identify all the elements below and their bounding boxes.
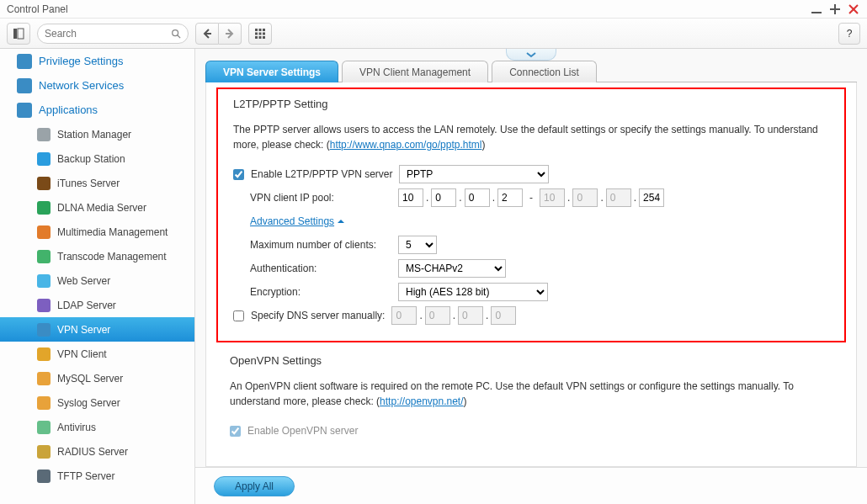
toolbar: ? <box>0 19 867 49</box>
sidebar-item-syslog-server[interactable]: Syslog Server <box>0 390 194 415</box>
sidebar-item-label: Multimedia Management <box>57 226 168 238</box>
search-icon <box>171 28 181 40</box>
apply-all-button[interactable]: Apply All <box>214 476 295 496</box>
app-icon <box>37 421 51 434</box>
sidebar-item-vpn-server[interactable]: VPN Server <box>0 317 194 342</box>
sidebar-item-label: MySQL Server <box>57 373 123 385</box>
pool-end-d[interactable] <box>639 188 664 207</box>
sidebar-item-label: Antivirus <box>57 422 96 433</box>
l2tp-description: The PPTP server allows users to access t… <box>233 122 829 152</box>
sidebar-item-transcode-management[interactable]: Transcode Management <box>0 244 194 268</box>
back-button[interactable] <box>195 23 219 45</box>
close-icon[interactable] <box>847 3 860 16</box>
tab-0[interactable]: VPN Server Settings <box>205 61 338 82</box>
sidebar-item-web-server[interactable]: Web Server <box>0 268 194 293</box>
sidebar-item-label: VPN Server <box>57 324 110 336</box>
app-icon <box>37 274 51 288</box>
sidebar-item-mysql-server[interactable]: MySQL Server <box>0 366 194 390</box>
section-icon <box>17 54 32 69</box>
dns-manual-label: Specify DNS server manually: <box>251 310 385 321</box>
sidebar-item-itunes-server[interactable]: iTunes Server <box>0 171 194 195</box>
sidebar-item-label: RADIUS Server <box>57 446 128 458</box>
sidebar-section-label: Applications <box>39 103 98 116</box>
sidebar-item-vpn-client[interactable]: VPN Client <box>0 342 194 366</box>
svg-rect-15 <box>259 32 262 34</box>
svg-rect-13 <box>263 29 265 31</box>
section-icon <box>17 78 32 93</box>
svg-line-8 <box>178 34 180 37</box>
sidebar-item-radius-server[interactable]: RADIUS Server <box>0 439 194 464</box>
sidebar-item-label: iTunes Server <box>57 178 120 189</box>
sidebar-item-backup-station[interactable]: Backup Station <box>0 146 194 171</box>
enable-l2tp-label: Enable L2TP/PPTP VPN server <box>251 168 399 180</box>
dns-manual-checkbox[interactable] <box>233 310 244 321</box>
maximize-icon[interactable] <box>828 3 842 16</box>
help-button[interactable]: ? <box>838 23 860 45</box>
enc-label: Encryption: <box>250 286 398 298</box>
sidebar-section-0[interactable]: Privilege Settings <box>0 49 194 73</box>
search-input[interactable] <box>45 28 171 40</box>
dns-d <box>491 306 516 325</box>
svg-rect-11 <box>255 29 258 31</box>
sidebar-item-multimedia-management[interactable]: Multimedia Management <box>0 220 194 244</box>
app-icon <box>37 470 51 483</box>
sidebar-section-2[interactable]: Applications <box>0 98 194 122</box>
app-icon <box>37 323 51 337</box>
enable-openvpn-label: Enable OpenVPN server <box>247 425 358 437</box>
svg-rect-2 <box>830 8 840 10</box>
auth-label: Authentication: <box>250 263 398 274</box>
sidebar-item-ldap-server[interactable]: LDAP Server <box>0 293 194 317</box>
sidebar-item-station-manager[interactable]: Station Manager <box>0 122 194 146</box>
arrow-left-icon <box>201 28 213 40</box>
l2tp-pptp-section: L2TP/PPTP Setting The PPTP server allows… <box>216 88 846 342</box>
sidebar-item-label: LDAP Server <box>57 300 116 311</box>
svg-rect-6 <box>18 29 24 39</box>
sidebar-item-label: Backup Station <box>57 153 125 165</box>
svg-rect-5 <box>13 29 17 39</box>
pool-end-a <box>540 188 565 207</box>
pool-start-c[interactable] <box>465 188 490 207</box>
sidebar-section-label: Privilege Settings <box>39 55 123 67</box>
openvpn-help-link[interactable]: http://openvpn.net/ <box>380 395 463 407</box>
enable-openvpn-checkbox[interactable] <box>230 426 241 437</box>
encryption-select[interactable]: High (AES 128 bit) <box>398 283 548 301</box>
minimize-icon[interactable] <box>810 3 823 16</box>
l2tp-title: L2TP/PPTP Setting <box>233 98 829 110</box>
apps-grid-button[interactable] <box>248 23 272 45</box>
pool-start-d[interactable] <box>497 188 523 207</box>
sidebar-section-1[interactable]: Network Services <box>0 73 194 98</box>
pool-start-b[interactable] <box>431 188 456 207</box>
search-box[interactable] <box>37 24 189 44</box>
pool-start-a[interactable] <box>398 188 423 207</box>
sidebar-item-label: Web Server <box>57 275 110 287</box>
sidebar-item-antivirus[interactable]: Antivirus <box>0 415 194 439</box>
chevron-down-icon <box>525 51 537 58</box>
max-clients-select[interactable]: 5 <box>398 236 437 254</box>
app-icon <box>37 152 51 166</box>
sidebar-item-tftp-server[interactable]: TFTP Server <box>0 464 194 488</box>
svg-rect-0 <box>811 12 822 13</box>
sidebar-toggle-button[interactable] <box>7 23 30 45</box>
content-pane: VPN Server SettingsVPN Client Management… <box>195 49 867 504</box>
max-clients-label: Maximum number of clients: <box>250 239 398 251</box>
sidebar: Privilege SettingsNetwork ServicesApplic… <box>0 49 195 504</box>
settings-scroll[interactable]: L2TP/PPTP Setting The PPTP server allows… <box>205 82 857 467</box>
enable-l2tp-checkbox[interactable] <box>233 169 244 180</box>
sidebar-section-label: Network Services <box>39 79 124 92</box>
protocol-select[interactable]: PPTP <box>399 165 549 183</box>
app-icon <box>37 128 51 141</box>
app-icon <box>37 445 51 459</box>
forward-button[interactable] <box>219 23 242 45</box>
collapse-tab[interactable] <box>506 49 556 61</box>
tab-2[interactable]: Connection List <box>492 61 597 82</box>
pptp-help-link[interactable]: http://www.qnap.com/go/pptp.html <box>330 139 482 151</box>
arrow-right-icon <box>224 28 236 40</box>
advanced-settings-link[interactable]: Advanced Settings <box>250 215 345 227</box>
svg-rect-19 <box>263 36 265 39</box>
chevron-up-icon <box>337 217 345 225</box>
app-icon <box>37 299 51 312</box>
sidebar-item-dlna-media-server[interactable]: DLNA Media Server <box>0 195 194 220</box>
auth-select[interactable]: MS-CHAPv2 <box>398 259 506 278</box>
app-icon <box>37 177 51 190</box>
tab-1[interactable]: VPN Client Management <box>342 61 488 82</box>
